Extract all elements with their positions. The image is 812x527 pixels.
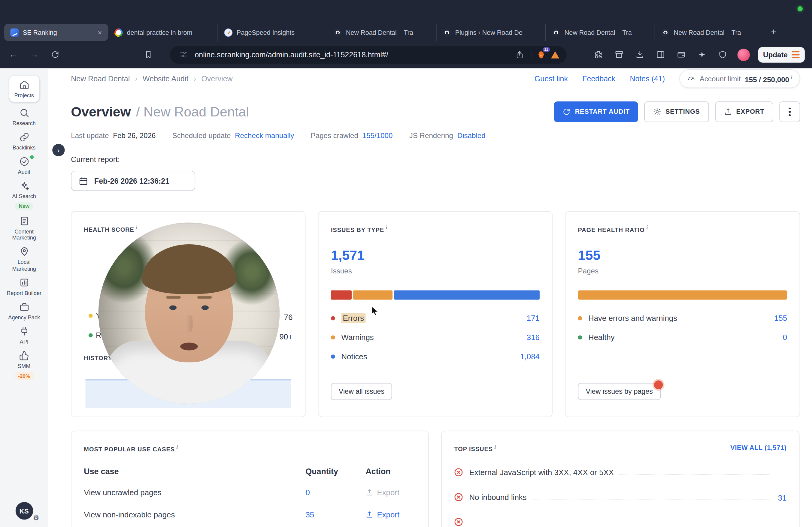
issue-name: No inbound links xyxy=(469,493,526,502)
pages-total-link[interactable]: 155 xyxy=(578,247,787,263)
sidebar-item-audit[interactable]: Audit xyxy=(3,156,45,175)
sidebar-label: Content Marketing xyxy=(5,228,43,241)
settings-gear-icon[interactable] xyxy=(33,514,39,522)
orange-dot-icon xyxy=(331,335,335,340)
export-button[interactable]: EXPORT xyxy=(715,102,773,122)
notices-count-link[interactable]: 1,084 xyxy=(520,352,540,361)
report-date-picker[interactable]: Feb-26 2026 12:36:21 xyxy=(71,171,195,191)
view-all-issues-link[interactable]: VIEW ALL (1,571) xyxy=(730,444,786,451)
back-icon[interactable]: ← xyxy=(7,48,19,61)
tab-close-icon[interactable] xyxy=(98,29,102,36)
restart-audit-label: RESTART AUDIT xyxy=(575,108,630,115)
error-circle-icon xyxy=(454,517,463,526)
window-top-strip xyxy=(0,0,812,24)
health-legend-row: R xyxy=(89,331,102,340)
research-icon xyxy=(19,108,29,118)
local-marketing-icon xyxy=(19,247,29,257)
tab-new-road-dental-1[interactable]: New Road Dental – Tra xyxy=(327,24,436,41)
view-issues-by-pages-button[interactable]: View issues by pages xyxy=(578,383,661,400)
toolbar-icons: Update xyxy=(592,47,805,62)
browser-update-button[interactable]: Update xyxy=(758,47,805,62)
view-all-issues-button[interactable]: View all issues xyxy=(331,383,392,400)
sidebar-item-report-builder[interactable]: Report Builder xyxy=(3,277,45,296)
tab-new-road-dental-3[interactable]: New Road Dental – Tra xyxy=(655,24,764,41)
privacy-shield-icon[interactable] xyxy=(716,48,729,61)
sidebar-item-content-marketing[interactable]: Content Marketing xyxy=(3,216,45,241)
pages-crawled-link[interactable]: 155/1000 xyxy=(362,132,393,140)
address-bar[interactable]: online.seranking.com/admin.audit.site_id… xyxy=(170,46,567,64)
feedback-link[interactable]: Feedback xyxy=(582,74,615,83)
errors-count-link[interactable]: 171 xyxy=(527,314,540,322)
breadcrumb-website-audit[interactable]: Website Audit xyxy=(143,74,188,83)
avatar-initials: KS xyxy=(19,507,29,515)
legend-row-notices: Notices 1,084 xyxy=(331,350,540,363)
notes-link[interactable]: Notes (41) xyxy=(630,74,665,83)
archive-icon[interactable] xyxy=(613,48,625,61)
warnings-label: Warnings xyxy=(341,333,374,342)
sidebar-label: API xyxy=(5,338,43,345)
more-options-button[interactable] xyxy=(779,102,800,122)
account-limit-pill[interactable]: Account limit 155 / 250,000 xyxy=(679,69,800,88)
eye xyxy=(169,305,177,310)
download-icon[interactable] xyxy=(634,48,646,61)
table-row: View uncrawled pages 0 Export xyxy=(84,481,416,503)
sidebar-item-projects[interactable]: Projects xyxy=(9,76,39,102)
healthy-count-link[interactable]: 0 xyxy=(783,333,787,342)
share-icon[interactable] xyxy=(513,48,525,61)
gauge-icon xyxy=(687,74,695,83)
use-case-quantity-link[interactable]: 0 xyxy=(305,488,365,497)
new-tab-button[interactable] xyxy=(766,25,782,40)
sidebar-item-backlinks[interactable]: Backlinks xyxy=(3,132,45,151)
js-rendering-link[interactable]: Disabled xyxy=(458,132,485,140)
top-issue-row[interactable]: No inbound links 31 xyxy=(454,493,786,502)
new-badge: New xyxy=(15,202,33,210)
sidebar-item-smm[interactable]: SMM -20% xyxy=(3,350,45,380)
sidebar-collapse-button[interactable] xyxy=(52,144,64,156)
account-limit-label: Account limit xyxy=(700,74,741,83)
issues-total-link[interactable]: 1,571 xyxy=(331,247,540,263)
top-issue-row-partial xyxy=(454,517,786,527)
reload-icon[interactable] xyxy=(49,48,61,61)
sidebar-item-ai-search[interactable]: AI Search New xyxy=(3,181,45,210)
leo-ai-icon[interactable] xyxy=(696,48,708,61)
breadcrumb-project[interactable]: New Road Dental xyxy=(71,74,130,83)
sidebar-panel-icon[interactable] xyxy=(654,48,667,61)
settings-button[interactable]: SETTINGS xyxy=(644,102,709,122)
sidebar-item-api[interactable]: API xyxy=(3,326,45,345)
recheck-manually-link[interactable]: Recheck manually xyxy=(235,132,294,140)
sidebar-item-local-marketing[interactable]: Local Marketing xyxy=(3,247,45,272)
extensions-icon[interactable] xyxy=(592,48,605,61)
tab-plugins[interactable]: Plugins ‹ New Road De xyxy=(436,24,545,41)
issue-count-link[interactable]: 31 xyxy=(775,493,787,502)
warnings-count-link[interactable]: 316 xyxy=(527,333,540,342)
use-case-quantity-link[interactable]: 35 xyxy=(305,510,365,519)
view-issues-by-pages-label: View issues by pages xyxy=(585,388,653,395)
brave-shields-icon[interactable]: 11 xyxy=(537,50,546,59)
tab-new-road-dental-2[interactable]: New Road Dental – Tra xyxy=(545,24,655,41)
forward-icon[interactable]: → xyxy=(28,48,40,61)
adblock-icon[interactable] xyxy=(551,51,560,58)
export-action-link[interactable]: Export xyxy=(365,510,416,519)
tab-dental-search[interactable]: dental practice in brom xyxy=(108,24,217,41)
site-settings-icon[interactable] xyxy=(177,48,189,61)
guest-link[interactable]: Guest link xyxy=(535,74,568,83)
restart-audit-button[interactable]: RESTART AUDIT xyxy=(554,102,638,122)
issues-by-type-title: ISSUES BY TYPE xyxy=(331,227,388,233)
tab-pagespeed[interactable]: PageSpeed Insights xyxy=(217,24,327,41)
menu-icon xyxy=(792,51,800,58)
sidebar-item-agency-pack[interactable]: Agency Pack xyxy=(3,302,45,320)
tab-title: New Road Dental – Tra xyxy=(346,29,430,36)
issues-stacked-bar xyxy=(331,290,540,300)
tab-title: SE Ranking xyxy=(23,29,91,36)
sidebar-item-research[interactable]: Research xyxy=(3,108,45,126)
tab-se-ranking[interactable]: SE Ranking xyxy=(4,24,108,41)
bookmark-icon[interactable] xyxy=(142,48,154,61)
url-text[interactable]: online.seranking.com/admin.audit.site_id… xyxy=(194,50,508,59)
profile-avatar[interactable] xyxy=(737,48,750,61)
user-avatar[interactable]: KS xyxy=(15,502,33,520)
wallet-icon[interactable] xyxy=(675,48,687,61)
errors-warnings-count-link[interactable]: 155 xyxy=(774,314,787,322)
legend-row-warnings: Warnings 316 xyxy=(331,331,540,343)
divider xyxy=(531,50,532,59)
top-issue-row[interactable]: External JavaScript with 3XX, 4XX or 5XX xyxy=(454,468,786,477)
